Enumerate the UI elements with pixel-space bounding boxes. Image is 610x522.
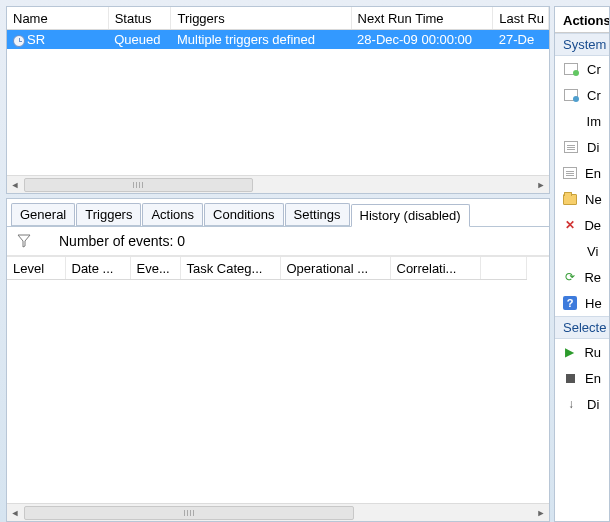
tab-history[interactable]: History (disabled) — [351, 204, 470, 227]
scroll-left-icon[interactable]: ◄ — [7, 177, 23, 193]
tasks-grid-panel: Name Status Triggers Next Run Time Last … — [6, 6, 550, 194]
tab-general[interactable]: General — [11, 203, 75, 226]
import-icon — [563, 113, 579, 129]
folder-icon — [563, 191, 577, 207]
action-enable-history[interactable]: En — [555, 160, 609, 186]
col-date[interactable]: Date ... — [65, 257, 130, 280]
cell-next: 28-Dec-09 00:00:00 — [351, 30, 493, 50]
action-disable[interactable]: ↓ Di — [555, 391, 609, 417]
col-op[interactable]: Operational ... — [280, 257, 390, 280]
tab-actions[interactable]: Actions — [142, 203, 203, 226]
task-detail-panel: General Triggers Actions Conditions Sett… — [6, 198, 550, 522]
action-help[interactable]: ? He — [555, 290, 609, 316]
col-lastrun[interactable]: Last Ru — [493, 7, 549, 30]
action-new-folder[interactable]: Ne — [555, 186, 609, 212]
col-corr[interactable]: Correlati... — [390, 257, 480, 280]
delete-icon: ✕ — [563, 217, 576, 233]
scroll-right-icon[interactable]: ► — [533, 177, 549, 193]
detail-tabs: General Triggers Actions Conditions Sett… — [7, 199, 549, 227]
scroll-left-icon[interactable]: ◄ — [7, 505, 23, 521]
hscrollbar-top[interactable]: ◄ ► — [7, 175, 549, 193]
down-arrow-icon: ↓ — [563, 396, 579, 412]
col-name[interactable]: Name — [7, 7, 108, 30]
tab-conditions[interactable]: Conditions — [204, 203, 283, 226]
col-level[interactable]: Level — [7, 257, 65, 280]
tab-settings[interactable]: Settings — [285, 203, 350, 226]
col-status[interactable]: Status — [108, 7, 171, 30]
play-icon: ▶ — [563, 344, 576, 360]
cell-status: Queued — [108, 30, 171, 50]
action-create-task[interactable]: Cr — [555, 82, 609, 108]
action-delete[interactable]: ✕ De — [555, 212, 609, 238]
display-icon — [563, 139, 579, 155]
col-nextrun[interactable]: Next Run Time — [351, 7, 493, 30]
scroll-right-icon[interactable]: ► — [533, 505, 549, 521]
actions-group-system: System — [555, 33, 609, 56]
view-icon — [563, 243, 579, 259]
action-end[interactable]: En — [555, 365, 609, 391]
table-row[interactable]: SR Queued Multiple triggers defined 28-D… — [7, 30, 549, 50]
clock-icon — [13, 35, 25, 47]
actions-panel: Actions System Cr Cr Im Di En Ne ✕ De — [554, 6, 610, 522]
actions-title: Actions — [555, 7, 609, 33]
cell-last: 27-De — [493, 30, 549, 50]
filter-icon[interactable] — [17, 234, 31, 248]
action-refresh[interactable]: ⟳ Re — [555, 264, 609, 290]
col-triggers[interactable]: Triggers — [171, 7, 351, 30]
action-create-basic[interactable]: Cr — [555, 56, 609, 82]
cell-name: SR — [27, 32, 45, 47]
cell-triggers: Multiple triggers defined — [171, 30, 351, 50]
new-task-globe-icon — [563, 87, 579, 103]
col-blank — [480, 257, 527, 280]
action-display-running[interactable]: Di — [555, 134, 609, 160]
action-view[interactable]: Vi — [555, 238, 609, 264]
events-count-label: Number of events: 0 — [59, 233, 185, 249]
hscrollbar-bottom[interactable]: ◄ ► — [7, 503, 549, 521]
tab-triggers[interactable]: Triggers — [76, 203, 141, 226]
refresh-icon: ⟳ — [563, 269, 576, 285]
document-icon — [563, 165, 577, 181]
stop-icon — [563, 370, 577, 386]
action-run[interactable]: ▶ Ru — [555, 339, 609, 365]
new-task-icon — [563, 61, 579, 77]
tasks-grid[interactable]: Name Status Triggers Next Run Time Last … — [7, 7, 549, 49]
col-taskcat[interactable]: Task Categ... — [180, 257, 280, 280]
events-grid[interactable]: Level Date ... Eve... Task Categ... Oper… — [7, 257, 527, 280]
help-icon: ? — [563, 295, 577, 311]
action-import[interactable]: Im — [555, 108, 609, 134]
col-event[interactable]: Eve... — [130, 257, 180, 280]
actions-group-selected: Selecte — [555, 316, 609, 339]
